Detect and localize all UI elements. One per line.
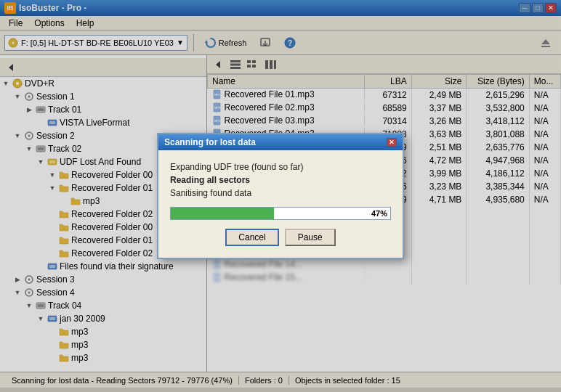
dialog-buttons: Cancel Pause (170, 229, 391, 246)
pause-button[interactable]: Pause (285, 229, 336, 246)
dialog-close-button[interactable]: ✕ (387, 138, 397, 147)
progress-container: 47% (170, 207, 391, 220)
dialog-title-bar: Scanning for lost data ✕ (158, 134, 403, 150)
dialog-title: Scanning for lost data (164, 137, 256, 147)
dialog-body: Expanding UDF tree (found so far) Readin… (158, 150, 403, 258)
dialog-line2: Reading all sectors (170, 175, 391, 185)
progress-label: 47% (371, 209, 387, 218)
scanning-dialog: Scanning for lost data ✕ Expanding UDF t… (157, 133, 404, 259)
cancel-button[interactable]: Cancel (225, 229, 278, 246)
dialog-line3: Sanitising found data (170, 188, 391, 198)
modal-overlay: Scanning for lost data ✕ Expanding UDF t… (0, 0, 561, 392)
progress-bar (171, 208, 274, 219)
dialog-line1: Expanding UDF tree (found so far) (170, 162, 391, 172)
